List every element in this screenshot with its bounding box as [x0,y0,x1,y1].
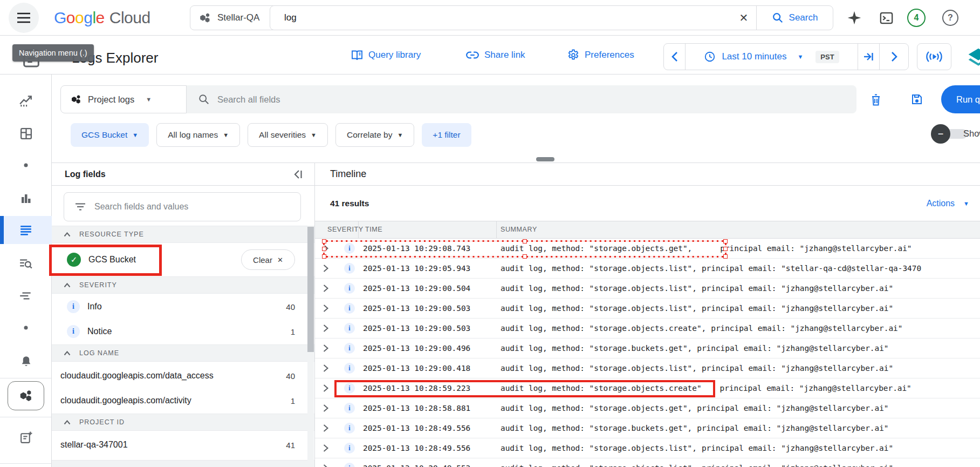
bell-icon [19,355,33,368]
expand-row-icon[interactable] [323,284,334,293]
log-table-row[interactable]: i2025-01-13 10:28:59.223audit_log, metho… [315,378,980,398]
sidebar-item-dashboards[interactable] [0,120,52,146]
expand-row-icon[interactable] [323,444,334,452]
log-fields-header: Log fields [52,163,314,186]
filter-chip-correlate-by[interactable]: Correlate by▼ [335,123,414,147]
section-header-project-id[interactable]: PROJECT ID [52,414,314,431]
filter-chip-gcs-bucket[interactable]: GCS Bucket▼ [71,123,149,147]
search-icon [772,12,784,24]
field-item-notice[interactable]: iNotice1 [52,321,314,342]
sidebar-item-log-analytics[interactable] [0,251,52,276]
cloud-shell-button[interactable] [875,0,897,36]
expand-row-icon[interactable] [323,264,334,273]
run-query-button[interactable]: Run query [941,85,980,113]
sidebar-item-compose[interactable] [0,424,52,450]
logs-icon [19,224,33,236]
share-link-button[interactable]: Share link [465,43,525,67]
query-library-button[interactable]: Query library [351,43,421,67]
log-time: 2025-01-13 10:29:00.418 [363,364,501,373]
field-item-cloudaudit-googleapis-com-activity[interactable]: cloudaudit.googleapis.com/activity1 [52,390,314,411]
log-table-row[interactable]: i2025-01-13 10:29:00.418audit_log, metho… [315,358,980,378]
summary-method: audit_log, method: "storage.objects.list… [501,264,697,273]
global-search-input[interactable]: log [270,12,731,23]
activity-count-badge: 4 [907,9,926,27]
expand-row-icon[interactable] [323,344,334,353]
log-table-row[interactable]: i2025-01-13 10:29:08.743audit_log, metho… [315,239,980,259]
actions-dropdown[interactable]: Actions ▼ [927,199,969,208]
expand-row-icon[interactable] [323,384,334,392]
summary-principal-email: principal_email: "jzhang@stellarcyber.ai… [711,324,902,333]
expand-row-icon[interactable] [323,364,334,373]
log-table-row[interactable]: i2025-01-13 10:28:49.553audit_log, metho… [315,458,980,467]
filter-icon [75,202,86,211]
navigation-menu-button[interactable] [9,3,39,33]
log-table-row[interactable]: i2025-01-13 10:29:00.503audit_log, metho… [315,299,980,319]
log-fields-search-placeholder: Search fields and values [94,202,188,212]
log-table-row[interactable]: i2025-01-13 10:29:00.504audit_log, metho… [315,279,980,299]
field-label: Info [87,302,102,312]
collapse-panel-icon[interactable] [293,170,304,179]
log-table-row[interactable]: i2025-01-13 10:28:49.556audit_log, metho… [315,418,980,438]
sidebar-item-metrics[interactable] [0,186,52,212]
field-item-gcs-bucket[interactable]: ✓GCS BucketClear✕ [52,243,314,276]
search-button[interactable]: Search [756,6,833,30]
sidebar-item-logs-explorer[interactable] [0,217,52,243]
query-search-input[interactable]: Search all fields [186,85,856,113]
jump-to-now-button[interactable] [858,44,879,70]
show-query-toggle[interactable]: − [931,124,950,144]
time-range-dropdown[interactable]: Last 10 minutes ▼ PST [686,44,858,70]
log-table-row[interactable]: i2025-01-13 10:28:58.881audit_log, metho… [315,398,980,418]
hexagons-icon [19,388,33,403]
expand-row-icon[interactable] [323,424,334,432]
assistant-panel-icon[interactable] [967,46,980,70]
field-item-cloudaudit-googleapis-com-data-access[interactable]: cloudaudit.googleapis.com/data_access40 [52,365,314,387]
field-item-info[interactable]: iInfo40 [52,296,314,317]
log-table-row[interactable]: i2025-01-13 10:29:00.503audit_log, metho… [315,319,980,339]
global-search: log ✕ Search [270,5,833,30]
trending-chart-icon [19,93,33,107]
clear-filter-button[interactable]: Clear✕ [241,249,295,270]
sidebar-item-dot-1[interactable] [0,152,52,178]
summary-method: audit_log, method: "storage.objects.list… [501,304,697,313]
bar-chart-icon [19,192,32,205]
timeline-title: Timeline [330,168,366,180]
expand-row-icon[interactable] [323,304,334,313]
gemini-button[interactable] [844,0,865,36]
field-item-stellar-qa-347001[interactable]: stellar-qa-34700141 [52,434,314,456]
section-header-log-name[interactable]: LOG NAME [52,344,314,362]
sidebar-item-dot-2[interactable] [0,315,52,341]
notifications-badge-button[interactable]: 4 [905,0,928,36]
log-search-icon [19,256,33,270]
log-fields-scrollbar-thumb[interactable] [307,227,314,352]
chevron-up-icon [64,351,71,356]
sidebar-item-hexagon-product[interactable] [0,383,52,409]
delete-query-button[interactable] [869,93,882,107]
sidebar-item-log-router[interactable] [0,283,52,309]
log-fields-search-input[interactable]: Search fields and values [64,192,301,221]
google-cloud-logo[interactable]: Google Cloud [54,0,150,36]
save-query-button[interactable] [910,93,923,106]
log-table-row[interactable]: i2025-01-13 10:29:00.496audit_log, metho… [315,339,980,358]
filter-chip-all-severities[interactable]: All severities▼ [248,123,328,147]
log-table-row[interactable]: i2025-01-13 10:29:05.943audit_log, metho… [315,259,980,279]
expand-row-icon[interactable] [323,244,334,253]
sidebar-item-alerts[interactable] [0,348,52,374]
section-header-severity[interactable]: SEVERITY [52,276,314,294]
help-button[interactable]: ? [940,0,961,36]
filter-chip--1-filter[interactable]: +1 filter [422,123,471,147]
expand-row-icon[interactable] [323,464,334,467]
time-range-forward-button[interactable] [880,44,908,70]
clear-search-icon[interactable]: ✕ [731,11,756,24]
stream-logs-button[interactable] [917,43,951,70]
log-scope-dropdown[interactable]: Project logs ▼ [60,85,187,113]
expand-row-icon[interactable] [323,324,334,333]
log-table-row[interactable]: i2025-01-13 10:28:49.556audit_log, metho… [315,438,980,458]
preferences-button[interactable]: Preferences [567,43,634,67]
help-icon: ? [942,10,958,26]
sidebar-item-overview[interactable] [0,87,52,113]
expand-row-icon[interactable] [323,404,334,412]
time-range-back-button[interactable] [664,44,685,70]
panel-resize-handle[interactable] [536,157,554,161]
section-header-resource-type[interactable]: RESOURCE TYPE [52,226,314,243]
filter-chip-all-log-names[interactable]: All log names▼ [156,123,240,147]
